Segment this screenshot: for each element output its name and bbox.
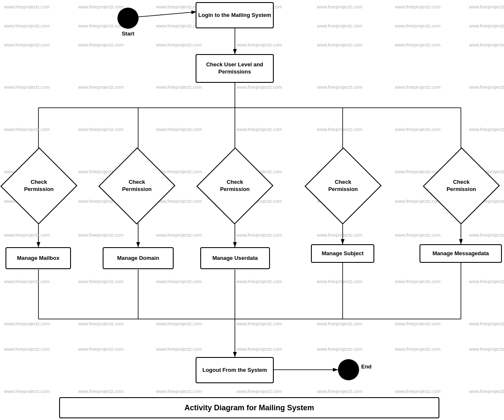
manage-domain-box: Manage Domain — [103, 247, 174, 269]
diamond-1: Check Permission — [12, 158, 66, 213]
logout-box: Logout From the System — [196, 357, 274, 383]
diamond-text-2: Check Permission — [122, 179, 152, 193]
diagram-container: Start Login to the Mailing System Check … — [0, 0, 504, 420]
manage-userdata-box: Manage Userdata — [200, 247, 270, 269]
end-label: End — [361, 363, 372, 370]
diamond-text-4: Check Permission — [328, 179, 358, 193]
diamond-5: Check Permission — [434, 158, 488, 213]
title-box: Activity Diagram for Mailing System — [59, 397, 439, 418]
manage-messagedata-box: Manage Messagedata — [420, 244, 502, 263]
diagram-title: Activity Diagram for Mailing System — [184, 404, 314, 412]
manage-messagedata-label: Manage Messagedata — [433, 250, 489, 257]
check-user-level-label: Check User Level and Permissions — [196, 61, 273, 76]
start-label: Start — [117, 30, 139, 37]
diamond-2: Check Permission — [110, 158, 164, 213]
check-user-level-box: Check User Level and Permissions — [196, 54, 274, 83]
diamond-text-1: Check Permission — [24, 179, 54, 193]
diamond-text-5: Check Permission — [447, 179, 476, 193]
manage-mailbox-box: Manage Mailbox — [5, 247, 71, 269]
manage-subject-label: Manage Subject — [322, 250, 364, 257]
manage-domain-label: Manage Domain — [117, 255, 159, 262]
login-box: Login to the Mailing System — [196, 2, 274, 28]
diamond-3: Check Permission — [208, 158, 262, 213]
logout-label: Logout From the System — [202, 367, 267, 374]
end-circle — [338, 359, 359, 380]
manage-subject-box: Manage Subject — [311, 244, 374, 263]
manage-userdata-label: Manage Userdata — [212, 255, 258, 262]
manage-mailbox-label: Manage Mailbox — [17, 255, 59, 262]
diamond-text-3: Check Permission — [220, 179, 250, 193]
login-label: Login to the Mailing System — [198, 12, 271, 19]
start-circle — [117, 8, 139, 29]
diamond-4: Check Permission — [316, 158, 370, 213]
